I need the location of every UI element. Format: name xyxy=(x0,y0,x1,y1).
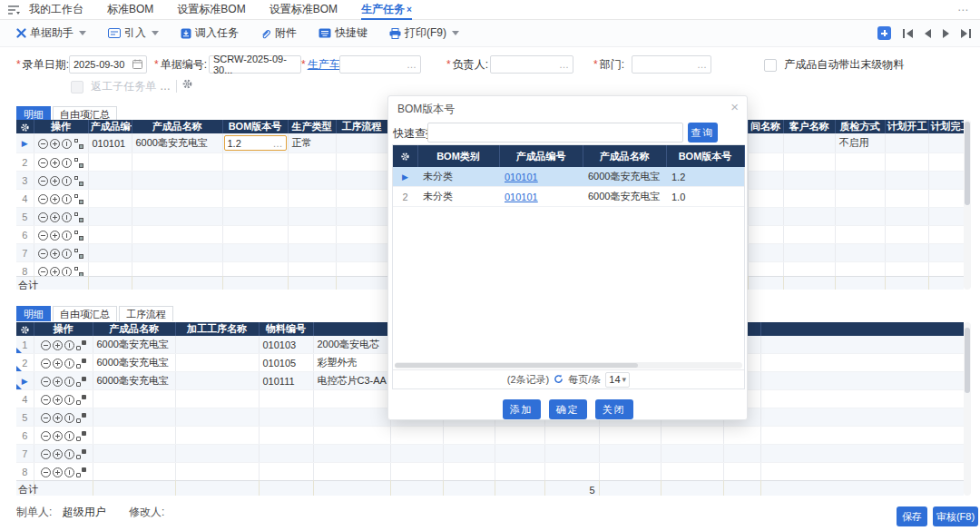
calendar-icon[interactable] xyxy=(132,59,142,71)
cell-material-code[interactable]: 010111 xyxy=(259,372,313,390)
row-selector[interactable]: 8 xyxy=(16,262,34,277)
modal-row-2[interactable]: 2 未分类 010101 6000毫安充电宝 1.0 xyxy=(393,187,744,207)
add-button[interactable]: 添加 xyxy=(503,399,541,419)
col-material-name[interactable] xyxy=(313,322,390,336)
add-row-icon[interactable] xyxy=(53,377,63,387)
add-row-icon[interactable] xyxy=(53,340,63,350)
insert-row-icon[interactable] xyxy=(64,359,74,369)
insert-row-icon[interactable] xyxy=(64,431,74,441)
row-selector[interactable]: 4 xyxy=(16,190,34,208)
cell-material-name[interactable]: 彩塑外壳 xyxy=(313,354,390,372)
insert-row-icon[interactable] xyxy=(64,467,74,477)
remove-row-icon[interactable] xyxy=(38,139,48,149)
col-plan-finish[interactable]: 计划完工 xyxy=(928,120,964,133)
cell-process-name[interactable] xyxy=(175,408,259,427)
tab-set-standard-bom-1[interactable]: 设置标准BOM xyxy=(177,0,245,20)
row-selector[interactable]: 6 xyxy=(16,226,34,244)
bom-tree-icon[interactable] xyxy=(74,231,83,241)
copy-row-icon[interactable] xyxy=(76,431,86,441)
col-product-name[interactable]: 产成品名称 xyxy=(93,322,175,336)
bom-version-editor[interactable]: 1.2… xyxy=(224,135,287,151)
doc-no-input[interactable]: SCRW-2025-09-30... xyxy=(209,55,301,74)
cell-material-name[interactable] xyxy=(313,445,390,463)
col-product-code[interactable]: 产成品编号 xyxy=(88,120,132,133)
copy-row-icon[interactable] xyxy=(76,449,86,459)
checkbox-icon[interactable] xyxy=(764,59,777,72)
cell-product-name[interactable] xyxy=(93,390,175,408)
add-row-icon[interactable] xyxy=(50,176,60,186)
grid2-row[interactable]: 6 xyxy=(16,427,964,445)
cell-product-name[interactable] xyxy=(93,427,175,445)
product-code-link[interactable]: 010101 xyxy=(505,192,538,202)
remove-row-icon[interactable] xyxy=(38,158,48,168)
remove-row-icon[interactable] xyxy=(41,467,51,477)
tab-production-task[interactable]: 生产任务× xyxy=(361,0,412,20)
row-selector[interactable]: 5 xyxy=(16,408,34,427)
cell-material-name[interactable] xyxy=(313,408,390,427)
remove-row-icon[interactable] xyxy=(41,413,51,423)
copy-row-icon[interactable] xyxy=(76,340,86,350)
remove-row-icon[interactable] xyxy=(38,231,48,241)
cell-bom-category[interactable]: 未分类 xyxy=(417,187,499,207)
row-selector[interactable]: 3 xyxy=(16,172,34,190)
tab-standard-bom[interactable]: 标准BOM xyxy=(107,0,153,20)
tab-my-workbench[interactable]: 我的工作台 xyxy=(29,0,83,20)
col-workshop-name[interactable]: 间名称 xyxy=(748,120,783,133)
col-bom-version[interactable]: BOM版本号 xyxy=(222,120,288,133)
col-customer-name[interactable]: 客户名称 xyxy=(783,120,835,133)
insert-row-icon[interactable] xyxy=(62,176,72,186)
col-material-code[interactable]: 物料编号 xyxy=(259,322,313,336)
insert-row-icon[interactable] xyxy=(62,231,72,241)
grid2-tab-process-flow[interactable]: 工序流程 xyxy=(119,306,173,321)
ok-button[interactable]: 确定 xyxy=(549,399,587,419)
col-op[interactable]: 操作 xyxy=(34,322,93,336)
quick-search-input[interactable] xyxy=(427,123,683,143)
cell-bom-version[interactable]: 1.0 xyxy=(666,187,744,207)
col-op[interactable]: 操作 xyxy=(34,120,88,133)
page-size-select[interactable]: 14▾ xyxy=(605,372,630,388)
cell-process-name[interactable] xyxy=(175,445,259,463)
cell-process-name[interactable] xyxy=(175,372,259,390)
insert-row-icon[interactable] xyxy=(62,212,72,222)
remove-row-icon[interactable] xyxy=(41,449,51,459)
add-row-icon[interactable] xyxy=(50,267,60,276)
grid1-vertical-scrollbar[interactable] xyxy=(964,120,971,290)
copy-row-icon[interactable] xyxy=(76,395,86,405)
cell-material-name[interactable]: 2000毫安电芯 xyxy=(313,336,390,354)
cell-product-name[interactable]: 6000毫安充电宝 xyxy=(132,133,222,153)
dept-input[interactable]: … xyxy=(632,55,711,74)
close-tab-icon[interactable]: × xyxy=(407,5,412,15)
row-selector[interactable]: 2 xyxy=(16,354,34,372)
cell-process-name[interactable] xyxy=(175,463,259,481)
insert-row-icon[interactable] xyxy=(64,377,74,387)
row-selector[interactable]: 2 xyxy=(16,153,34,172)
entry-date-input[interactable]: 2025-09-30 xyxy=(69,55,147,74)
copy-row-icon[interactable] xyxy=(76,413,86,423)
cell-material-code[interactable]: 010103 xyxy=(259,336,313,354)
add-row-icon[interactable] xyxy=(53,467,63,477)
hotkeys-button[interactable]: 快捷键 xyxy=(318,25,368,41)
col-product-name[interactable]: 产成品名称 xyxy=(583,145,666,167)
save-button[interactable]: 保存 xyxy=(897,506,927,526)
cell-material-code[interactable]: 010105 xyxy=(259,354,313,372)
cell-qc-method[interactable]: 不启用 xyxy=(835,133,885,153)
row-selector[interactable]: 1 xyxy=(16,336,34,354)
add-row-icon[interactable] xyxy=(53,449,63,459)
remove-row-icon[interactable] xyxy=(38,267,48,276)
tab-set-standard-bom-2[interactable]: 设置标准BOM xyxy=(270,0,338,20)
cell-material-code[interactable] xyxy=(259,463,313,481)
grid2-tab-detail[interactable]: 明细 xyxy=(16,306,51,321)
col-prod-type[interactable]: 生产类型 xyxy=(288,120,336,133)
col-qc-method[interactable]: 质检方式 xyxy=(835,120,885,133)
add-row-icon[interactable] xyxy=(50,249,60,259)
print-button[interactable]: 打印(F9) xyxy=(389,25,459,41)
lookup-dots-icon[interactable]: … xyxy=(697,59,707,70)
insert-row-icon[interactable] xyxy=(62,194,72,204)
insert-row-icon[interactable] xyxy=(62,249,72,259)
grid2-vertical-scrollbar[interactable] xyxy=(964,322,971,496)
cell-product-name[interactable] xyxy=(93,408,175,427)
gear-icon[interactable] xyxy=(16,120,34,133)
product-code-link[interactable]: 010101 xyxy=(505,172,538,182)
prev-record-icon[interactable] xyxy=(925,29,931,38)
gear-icon[interactable] xyxy=(16,322,34,336)
